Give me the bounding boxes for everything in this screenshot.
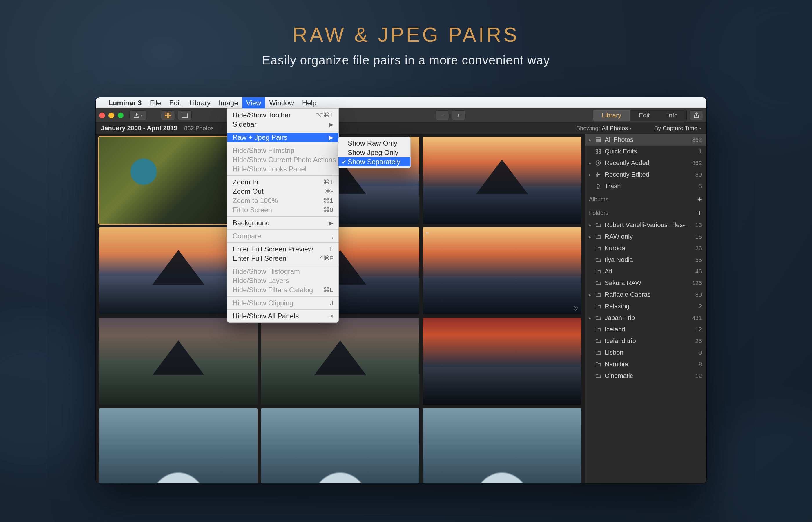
menu-item-hide-show-filmstrip: Hide/Show Filmstrip [227,146,339,155]
photo-thumbnail[interactable] [99,408,258,483]
sidebar-item-all-photos[interactable]: ▸All Photos862 [585,134,707,145]
sidebar: ▸All Photos862Quick Edits1▸Recently Adde… [585,134,707,483]
sidebar-item-label: Japan-Trip [605,314,689,322]
menu-item-label: Zoom Out [232,187,264,196]
share-button[interactable] [690,111,703,120]
menu-window[interactable]: Window [265,97,298,108]
folder-icon [595,281,602,285]
menu-item-label: Hide/Show Histogram [232,267,300,276]
sort-dropdown[interactable]: By Capture Time ▾ [654,125,701,132]
sidebar-item-relaxing[interactable]: Relaxing2 [585,300,707,312]
menu-item-sidebar[interactable]: Sidebar▶ [227,120,339,129]
sidebar-item-kuroda[interactable]: Kuroda26 [585,242,707,254]
submenu-item-show-separately[interactable]: ✓Show Separately [339,157,410,166]
menu-item-hide-show-layers: Hide/Show Layers [227,276,339,285]
sidebar-item-recently-added[interactable]: ▸Recently Added862 [585,157,707,169]
menu-item-background[interactable]: Background▶ [227,218,339,228]
menu-item-zoom-out[interactable]: Zoom Out⌘- [227,187,339,196]
minimize-window-button[interactable] [108,113,114,118]
disclosure-icon[interactable]: ▸ [587,222,592,228]
photo-thumbnail[interactable] [423,408,581,483]
sidebar-item-count: 80 [695,292,702,298]
menu-view[interactable]: View [242,97,265,108]
photo-thumbnail[interactable] [423,318,581,405]
folder-icon [595,350,602,355]
plus-icon[interactable]: + [697,208,702,218]
import-button[interactable]: ▾ [129,111,146,120]
disclosure-icon[interactable]: ▸ [587,137,592,143]
menu-item-raw-jpeg-pairs[interactable]: Raw + Jpeg Pairs▶ [227,133,339,142]
menu-edit[interactable]: Edit [165,97,185,108]
sidebar-item-iceland-trip[interactable]: Iceland trip25 [585,335,707,347]
sidebar-section-folders[interactable]: Folders + [585,206,707,219]
showing-filter[interactable]: Showing: All Photos ▾ [576,125,632,132]
app-name[interactable]: Luminar 3 [104,97,146,109]
sidebar-item-raw-only[interactable]: ▸RAW only16 [585,231,707,242]
sidebar-item-lisbon[interactable]: Lisbon9 [585,347,707,358]
sidebar-section-albums[interactable]: Albums + [585,192,707,206]
sidebar-item-cinematic[interactable]: Cinematic12 [585,370,707,382]
sidebar-item-trash[interactable]: Trash5 [585,180,707,192]
menu-item-label: Hide/Show Looks Panel [232,165,306,173]
menu-item-hide-show-filters-catalog: Hide/Show Filters Catalog⌘L [227,285,339,295]
tab-info[interactable]: Info [658,110,686,121]
sidebar-item-count: 16 [695,234,702,240]
tab-edit[interactable]: Edit [630,110,658,121]
photo-thumbnail[interactable] [261,408,419,483]
menu-item-enter-full-screen[interactable]: Enter Full Screen^⌘F [227,254,339,263]
zoom-window-button[interactable] [118,113,124,118]
sidebar-item-label: RAW only [605,233,692,240]
disclosure-icon[interactable]: ▸ [587,315,592,321]
disclosure-icon[interactable]: ▸ [587,160,592,166]
toolbar-minus-button[interactable]: − [435,111,449,120]
folder-icon [595,223,602,227]
sidebar-item-recently-edited[interactable]: ▸Recently Edited80 [585,169,707,180]
svg-point-14 [598,174,600,175]
submenu-item-label: Show Jpeg Only [348,148,399,157]
photo-thumbnail[interactable] [99,318,258,405]
sidebar-item-label: Kuroda [605,244,692,252]
photo-thumbnail[interactable] [423,137,581,224]
photo-thumbnail[interactable]: ≡♡ [423,227,581,314]
menu-item-hide-show-toolbar[interactable]: Hide/Show Toolbar⌥⌘T [227,111,339,120]
menu-help[interactable]: Help [298,97,321,108]
plus-icon[interactable]: + [697,195,702,204]
tab-library[interactable]: Library [593,110,630,121]
submenu-item-show-raw-only[interactable]: Show Raw Only [339,139,410,148]
close-window-button[interactable] [99,113,105,118]
checkmark-icon: ✓ [341,158,347,166]
menu-library[interactable]: Library [185,97,215,108]
heart-icon[interactable]: ♡ [573,305,578,312]
menu-item-zoom-in[interactable]: Zoom In⌘+ [227,178,339,187]
menu-item-hide-show-all-panels[interactable]: Hide/Show All Panels⇥ [227,312,339,321]
sidebar-item-count: 1 [698,148,702,155]
disclosure-icon[interactable]: ▸ [587,172,592,178]
promo-header: RAW & JPEG PAIRS Easily organize file pa… [0,0,812,67]
disclosure-icon[interactable]: ▸ [587,234,592,240]
folder-icon [595,234,602,239]
menu-file[interactable]: File [146,97,165,108]
sidebar-item-quick-edits[interactable]: Quick Edits1 [585,145,707,157]
sidebar-item-robert-vanelli-various-files-out-[interactable]: ▸Robert Vanelli-Various Files-Out…13 [585,219,707,231]
sidebar-item-iceland[interactable]: Iceland12 [585,324,707,335]
toolbar-plus-button[interactable]: + [452,111,465,120]
sidebar-item-sakura-raw[interactable]: Sakura RAW126 [585,277,707,289]
folder-icon [595,374,602,378]
menu-image[interactable]: Image [215,97,242,108]
sidebar-item-namibia[interactable]: Namibia8 [585,358,707,370]
promo-subhead: Easily organize file pairs in a more con… [0,53,812,67]
sidebar-item-ilya-nodia[interactable]: Ilya Nodia55 [585,254,707,266]
folder-icon [595,362,602,366]
single-view-button[interactable] [178,111,192,120]
sidebar-item-aff[interactable]: Aff46 [585,266,707,277]
sidebar-item-japan-trip[interactable]: ▸Japan-Trip431 [585,312,707,324]
sidebar-item-label: Iceland trip [605,337,692,345]
grid-view-button[interactable] [161,111,175,120]
submenu-item-show-jpeg-only[interactable]: Show Jpeg Only [339,148,410,157]
photo-thumbnail[interactable] [261,318,419,405]
menu-item-enter-full-screen-preview[interactable]: Enter Full Screen PreviewF [227,244,339,254]
svg-rect-11 [599,152,601,154]
folder-icon [595,258,602,262]
sidebar-item-raffaele-cabras[interactable]: ▸Raffaele Cabras80 [585,289,707,300]
disclosure-icon[interactable]: ▸ [587,292,592,298]
